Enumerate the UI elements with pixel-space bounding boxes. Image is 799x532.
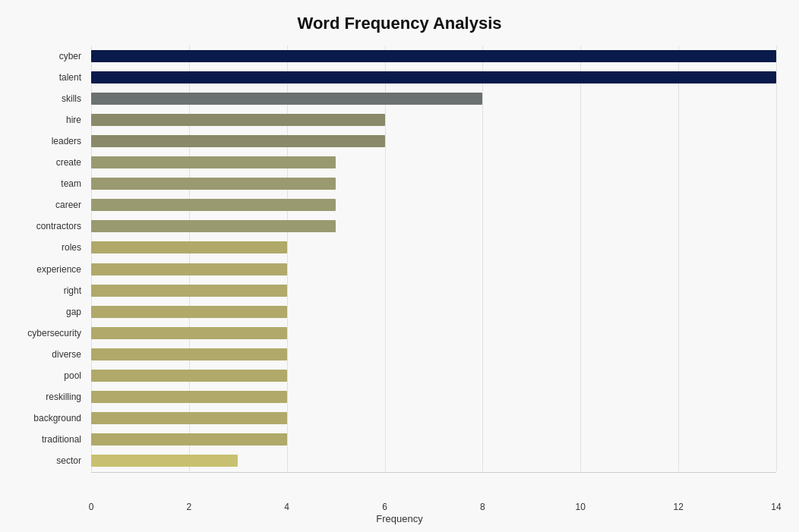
bar-row xyxy=(91,301,776,323)
bar-row xyxy=(91,323,776,344)
y-axis-label: career xyxy=(55,200,81,210)
bar xyxy=(91,241,287,253)
bars-area xyxy=(91,46,776,471)
bar xyxy=(91,178,336,190)
y-axis-label: sector xyxy=(56,455,81,466)
y-axis-label: gap xyxy=(66,307,81,317)
y-axis-labels: cybertalentskillshireleaderscreateteamca… xyxy=(0,46,87,471)
bar-row xyxy=(91,194,776,216)
y-axis-label: pool xyxy=(64,370,81,381)
y-axis-label: leaders xyxy=(52,136,81,146)
bar-row xyxy=(91,88,776,109)
bar xyxy=(91,156,336,168)
x-tick: 14 xyxy=(771,502,781,512)
y-axis-label: cyber xyxy=(59,51,81,61)
chart-container: Word Frequency Analysis cybertalentskill… xyxy=(0,0,799,532)
x-axis-label: Frequency xyxy=(0,513,799,524)
bar-row xyxy=(91,280,776,301)
bar xyxy=(91,285,287,297)
bar xyxy=(91,220,336,232)
chart-title: Word Frequency Analysis xyxy=(0,14,799,33)
x-tick: 2 xyxy=(187,502,192,512)
bar-row xyxy=(91,365,776,386)
y-axis-label: team xyxy=(61,178,81,189)
bar-row xyxy=(91,46,776,67)
bar xyxy=(91,391,287,403)
bar-row xyxy=(91,152,776,173)
bar-row xyxy=(91,450,776,471)
y-axis-label: skills xyxy=(62,93,81,104)
bar-row xyxy=(91,259,776,280)
y-axis-label: create xyxy=(56,157,81,168)
x-tick: 0 xyxy=(89,502,94,512)
x-tick: 12 xyxy=(673,502,683,512)
bar-row xyxy=(91,429,776,450)
bar-row xyxy=(91,131,776,152)
bar xyxy=(91,412,287,424)
bar-row xyxy=(91,67,776,88)
x-axis-line xyxy=(91,472,776,473)
bar-row xyxy=(91,173,776,194)
bar xyxy=(91,199,336,211)
bar-row xyxy=(91,386,776,408)
bar-row xyxy=(91,237,776,258)
y-axis-label: experience xyxy=(36,264,81,275)
bar xyxy=(91,135,385,147)
y-axis-label: background xyxy=(33,413,81,423)
x-tick: 8 xyxy=(480,502,485,512)
bar xyxy=(91,327,287,339)
bar-row xyxy=(91,109,776,131)
y-axis-label: right xyxy=(64,285,81,296)
bar xyxy=(91,370,287,382)
y-axis-label: diverse xyxy=(52,349,81,360)
grid-line xyxy=(776,46,777,471)
y-axis-label: cybersecurity xyxy=(27,328,81,338)
bar-row xyxy=(91,216,776,237)
bar xyxy=(91,433,287,445)
bar xyxy=(91,93,482,105)
bar xyxy=(91,50,776,62)
y-axis-label: roles xyxy=(62,242,81,253)
y-axis-label: traditional xyxy=(42,434,81,445)
bar xyxy=(91,263,287,275)
x-tick: 4 xyxy=(284,502,289,512)
bar xyxy=(91,306,287,318)
y-axis-label: contractors xyxy=(36,221,81,231)
chart-area xyxy=(91,46,776,471)
y-axis-label: hire xyxy=(66,115,81,125)
y-axis-label: talent xyxy=(59,72,81,83)
bar xyxy=(91,348,287,360)
bar xyxy=(91,455,238,467)
bar-row xyxy=(91,408,776,429)
bar xyxy=(91,114,385,126)
x-tick: 6 xyxy=(382,502,387,512)
bar xyxy=(91,71,776,83)
bar-row xyxy=(91,344,776,365)
x-tick: 10 xyxy=(576,502,586,512)
y-axis-label: reskilling xyxy=(46,392,81,402)
